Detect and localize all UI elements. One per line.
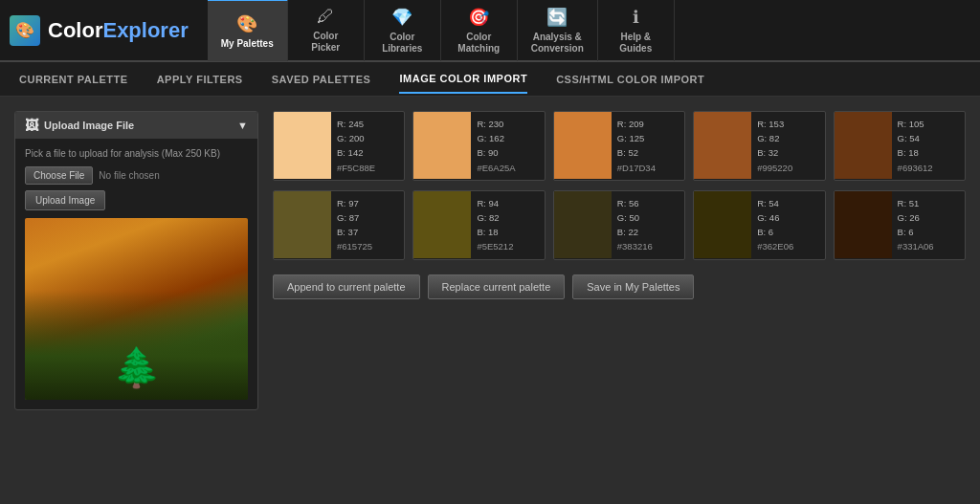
color-info-3: R: 209 G: 125 B: 52 #D17D34 xyxy=(612,112,661,180)
color-swatch-4: R: 153 G: 82 B: 32 #995220 xyxy=(693,111,825,181)
tab-analysis-conversion[interactable]: 🔄 Analysis &Conversion xyxy=(518,0,598,61)
header: 🎨 ColorExplorer 🎨 My Palettes 🖊 ColorPic… xyxy=(0,0,980,62)
color-b-4: B: 32 xyxy=(757,145,792,160)
color-r-2: R: 230 xyxy=(477,117,515,131)
subnav-css-html-color-import[interactable]: CSS/HTML COLOR IMPORT xyxy=(556,66,704,93)
color-info-2: R: 230 G: 162 B: 90 #E6A25A xyxy=(471,112,521,180)
color-info-6: R: 97 G: 87 B: 37 #615725 xyxy=(331,191,378,259)
color-info-9: R: 54 G: 46 B: 6 #362E06 xyxy=(751,191,799,259)
append-palette-button[interactable]: Append to current palette xyxy=(273,274,420,299)
replace-palette-button[interactable]: Replace current palette xyxy=(428,274,566,299)
color-hex-4: #995220 xyxy=(757,161,792,175)
color-swatch-3: R: 209 G: 125 B: 52 #D17D34 xyxy=(553,111,685,181)
tab-my-palettes[interactable]: 🎨 My Palettes xyxy=(208,0,288,61)
color-block-2 xyxy=(413,112,471,179)
save-palette-button[interactable]: Save in My Palettes xyxy=(572,274,694,299)
color-r-4: R: 153 xyxy=(757,117,792,131)
color-g-6: G: 87 xyxy=(337,210,372,225)
subnav-current-palette[interactable]: CURRENT PALETTE xyxy=(19,66,128,93)
color-g-5: G: 54 xyxy=(898,131,933,145)
left-panel: 🖼 Upload Image File ▼ Pick a file to upl… xyxy=(14,111,258,490)
upload-box: 🖼 Upload Image File ▼ Pick a file to upl… xyxy=(14,111,258,410)
tab-color-matching[interactable]: 🎯 ColorMatching xyxy=(441,0,518,61)
logo: 🎨 ColorExplorer xyxy=(10,15,189,46)
subnav-apply-filters[interactable]: APPLY FILTERS xyxy=(157,66,243,93)
subnav-saved-palettes[interactable]: SAVED PALETTES xyxy=(272,66,371,93)
color-swatch-5: R: 105 G: 54 B: 18 #693612 xyxy=(834,111,966,181)
file-input-row: Choose File No file chosen xyxy=(25,166,248,185)
color-swatch-6: R: 97 G: 87 B: 37 #615725 xyxy=(273,190,405,260)
color-g-8: G: 50 xyxy=(617,210,653,225)
logo-text: ColorExplorer xyxy=(48,18,189,43)
color-hex-9: #362E06 xyxy=(757,239,793,253)
color-r-8: R: 56 xyxy=(617,196,653,210)
color-r-9: R: 54 xyxy=(757,196,793,210)
tab-color-libraries[interactable]: 💎 ColorLibraries xyxy=(365,0,441,61)
color-grid-row1: R: 245 G: 200 B: 142 #F5C88E R: 230 G: 1… xyxy=(273,111,966,181)
tab-analysis-conversion-label: Analysis &Conversion xyxy=(531,32,584,55)
tab-color-picker[interactable]: 🖊 ColorPicker xyxy=(288,0,365,61)
choose-file-button[interactable]: Choose File xyxy=(25,166,93,185)
subnav-image-color-import[interactable]: IMAGE COLOR IMPORT xyxy=(399,65,527,94)
color-g-3: G: 125 xyxy=(617,131,656,145)
color-r-7: R: 94 xyxy=(477,196,513,210)
color-libraries-icon: 💎 xyxy=(391,7,412,28)
color-hex-1: #F5C88E xyxy=(337,161,375,175)
action-buttons: Append to current palette Replace curren… xyxy=(273,274,966,299)
color-block-10 xyxy=(835,191,892,258)
color-info-8: R: 56 G: 50 B: 22 #383216 xyxy=(612,191,658,259)
color-hex-3: #D17D34 xyxy=(617,161,656,175)
tab-color-picker-label: ColorPicker xyxy=(311,31,340,54)
color-g-7: G: 82 xyxy=(477,210,513,225)
color-g-2: G: 162 xyxy=(477,131,515,145)
logo-icon: 🎨 xyxy=(10,15,40,46)
color-block-7 xyxy=(413,191,471,258)
color-r-6: R: 97 xyxy=(337,196,372,210)
color-block-1 xyxy=(274,112,331,179)
logo-color: Color xyxy=(48,18,102,42)
right-panel: R: 245 G: 200 B: 142 #F5C88E R: 230 G: 1… xyxy=(273,111,966,490)
tab-help-guides-label: Help &Guides xyxy=(619,32,652,55)
main-nav: 🎨 My Palettes 🖊 ColorPicker 💎 ColorLibra… xyxy=(208,0,675,61)
my-palettes-icon: 🎨 xyxy=(236,13,257,34)
color-b-9: B: 6 xyxy=(757,225,793,239)
color-b-5: B: 18 xyxy=(898,145,933,160)
color-block-6 xyxy=(274,191,331,258)
tab-my-palettes-label: My Palettes xyxy=(221,38,274,50)
upload-image-button[interactable]: Upload Image xyxy=(25,190,105,210)
color-hex-2: #E6A25A xyxy=(477,161,515,175)
color-b-6: B: 37 xyxy=(337,225,372,239)
upload-header-left: 🖼 Upload Image File xyxy=(25,118,134,133)
color-swatch-1: R: 245 G: 200 B: 142 #F5C88E xyxy=(273,111,405,181)
color-info-1: R: 245 G: 200 B: 142 #F5C88E xyxy=(331,112,381,180)
color-grid-row2: R: 97 G: 87 B: 37 #615725 R: 94 G: 82 B:… xyxy=(273,190,966,260)
color-info-7: R: 94 G: 82 B: 18 #5E5212 xyxy=(471,191,519,259)
color-block-9 xyxy=(694,191,751,258)
color-swatch-7: R: 94 G: 82 B: 18 #5E5212 xyxy=(412,190,545,260)
color-r-10: R: 51 xyxy=(898,196,934,210)
color-swatch-8: R: 56 G: 50 B: 22 #383216 xyxy=(553,190,685,260)
color-g-10: G: 26 xyxy=(898,210,934,225)
color-b-2: B: 90 xyxy=(477,145,515,160)
tab-help-guides[interactable]: ℹ Help &Guides xyxy=(598,0,675,61)
no-file-label: No file chosen xyxy=(99,170,159,181)
color-hex-10: #331A06 xyxy=(898,239,934,253)
upload-description: Pick a file to upload for analysis (Max … xyxy=(25,148,248,159)
color-b-8: B: 22 xyxy=(617,225,653,239)
tab-color-matching-label: ColorMatching xyxy=(457,32,500,55)
color-b-7: B: 18 xyxy=(477,225,513,239)
color-swatch-2: R: 230 G: 162 B: 90 #E6A25A xyxy=(412,111,545,181)
upload-body: Pick a file to upload for analysis (Max … xyxy=(15,139,257,409)
color-matching-icon: 🎯 xyxy=(468,7,489,28)
upload-file-icon: 🖼 xyxy=(25,118,38,133)
upload-header: 🖼 Upload Image File ▼ xyxy=(15,112,257,139)
color-picker-icon: 🖊 xyxy=(317,7,334,27)
upload-dropdown-arrow[interactable]: ▼ xyxy=(237,120,248,131)
color-info-4: R: 153 G: 82 B: 32 #995220 xyxy=(751,112,798,180)
color-block-5 xyxy=(835,112,892,179)
color-r-3: R: 209 xyxy=(617,117,656,131)
tab-color-libraries-label: ColorLibraries xyxy=(382,32,422,55)
main-content: 🖼 Upload Image File ▼ Pick a file to upl… xyxy=(0,97,980,504)
color-block-4 xyxy=(694,112,751,179)
color-swatch-10: R: 51 G: 26 B: 6 #331A06 xyxy=(834,190,966,260)
